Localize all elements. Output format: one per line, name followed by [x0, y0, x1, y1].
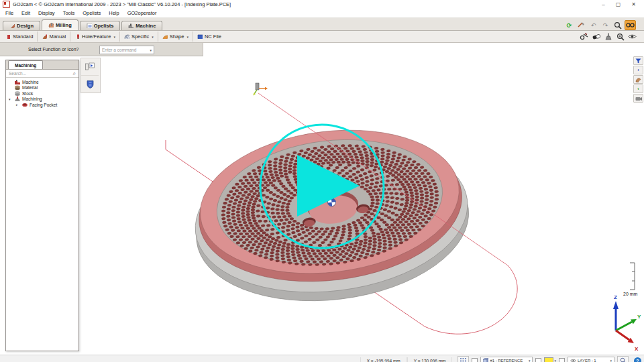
zoom-icon[interactable]	[612, 21, 623, 29]
y-coordinate: Y = 130.096 mm	[407, 357, 453, 362]
layer-select[interactable]: LAYER : 1 ▾	[568, 357, 614, 362]
collapse-panel-button-2[interactable]: ‹	[633, 84, 643, 93]
scale-label: 20 mm	[623, 292, 638, 296]
help-button[interactable]: ?	[634, 357, 641, 362]
command-input[interactable]: Enter a command ▾	[99, 46, 154, 54]
tree-item-machine[interactable]: Machine	[6, 79, 78, 85]
color-picker[interactable]: ▾	[544, 357, 556, 362]
undo-icon[interactable]: ↶	[588, 21, 598, 29]
dropdown-icon: ▾	[554, 359, 556, 362]
hand-icon	[635, 77, 641, 82]
shape-icon	[162, 34, 168, 39]
viewport-canvas[interactable]: 20 mm Z Y X Select Function or Icon? Ent…	[0, 43, 644, 355]
search-placeholder: Search...	[9, 71, 26, 76]
axis-x-label: X	[635, 346, 639, 352]
clean-brush-icon[interactable]	[603, 32, 613, 41]
menu-display[interactable]: Display	[38, 10, 55, 16]
chevron-left-icon: ‹	[637, 68, 639, 72]
expand-caret-icon[interactable]: ▾	[9, 97, 13, 101]
standard-machining-icon	[5, 34, 11, 39]
menu-file[interactable]: File	[5, 10, 13, 16]
search-icon: ⌕	[73, 70, 76, 77]
collapse-caret-icon[interactable]: ▸	[16, 103, 20, 107]
machining-node-icon	[15, 97, 20, 101]
machine-node-icon	[15, 80, 20, 84]
menu-tools[interactable]: Tools	[63, 10, 75, 16]
panel-search[interactable]: Search... ⌕	[6, 70, 78, 78]
layer-checkbox[interactable]	[559, 358, 565, 362]
dropdown-icon: ▾	[529, 359, 531, 362]
window-title: GO2cam < © GO2cam International 2009 - 2…	[13, 1, 231, 7]
close-button[interactable]: ✕	[631, 1, 636, 7]
reference-select[interactable]: #1 : REFERENCE ▾	[480, 357, 533, 362]
title-bar: GO2cam < © GO2cam International 2009 - 2…	[0, 0, 644, 9]
tab-milling[interactable]: Milling	[42, 19, 78, 30]
panel-tab-strip: Machining	[6, 60, 78, 70]
command-bar: Select Function or Icon? Enter a command…	[0, 43, 203, 56]
eraser-icon[interactable]	[591, 32, 601, 41]
menu-bar: File Edit Display Tools Opelists Help GO…	[0, 9, 644, 18]
tree-item-machining[interactable]: ▾ Machining	[6, 97, 78, 103]
tree-item-stock[interactable]: Stock	[6, 90, 78, 97]
menu-go2operator[interactable]: GO2operator	[127, 10, 157, 16]
command-prompt-label: Select Function or Icon?	[28, 47, 79, 52]
hand-tool-button[interactable]	[633, 75, 643, 84]
tree-item-material[interactable]: Material	[6, 85, 78, 91]
camera-view-button[interactable]	[633, 94, 643, 103]
facing-pocket-node-icon	[22, 103, 28, 107]
reference-checkbox[interactable]	[472, 358, 478, 362]
stock-node-icon	[15, 91, 20, 96]
material-node-icon	[15, 85, 20, 90]
tab-opelists[interactable]: Opelists	[80, 21, 121, 30]
opelists-icon	[87, 23, 92, 28]
floating-toolbar	[80, 58, 101, 93]
zoom-window-icon[interactable]	[615, 32, 625, 41]
simulation-button[interactable]	[81, 58, 99, 76]
regenerate-icon[interactable]: ⟳	[564, 21, 574, 29]
reference-cube-icon	[483, 358, 488, 362]
machining-tree: Machine Material Stock ▾ Machining ▸ Fac…	[6, 78, 78, 108]
manual-machining-icon	[42, 34, 47, 39]
view-icons-row1: ⟳ ↶ ↷	[564, 20, 636, 30]
ribbon-hole-feature-button[interactable]: Hole/Feature▾	[70, 32, 120, 42]
maximize-button[interactable]: ▢	[616, 1, 621, 7]
filter-button[interactable]	[633, 56, 643, 65]
module-tab-row: Design Milling Opelists Machine ⟳ ↶ ↷	[0, 18, 644, 31]
scale-indicator: 20 mm	[623, 263, 638, 296]
panel-tab-machining[interactable]: Machining	[8, 60, 43, 69]
chevron-left-icon: ‹	[637, 86, 639, 91]
ribbon-shape-button[interactable]: Shape▾	[158, 32, 193, 42]
go2cam-glasses-icon[interactable]	[625, 20, 636, 30]
current-color-swatch	[544, 357, 553, 362]
dropdown-icon: ▾	[150, 48, 152, 52]
collapse-panel-button[interactable]: ‹	[633, 66, 643, 74]
menu-help[interactable]: Help	[109, 10, 119, 16]
tree-item-facing-pocket[interactable]: ▸ Facing Pocket	[6, 102, 78, 108]
ribbon-standard-button[interactable]: Standard	[1, 32, 38, 42]
redo-icon[interactable]: ↷	[600, 21, 610, 29]
ribbon-manual-button[interactable]: Manual	[38, 32, 70, 42]
visibility-eye-icon[interactable]	[627, 32, 637, 41]
axis-y-label: Y	[637, 314, 641, 320]
tab-machine[interactable]: Machine	[121, 21, 162, 30]
shield-icon	[87, 80, 94, 88]
zoom-selection-button[interactable]	[617, 356, 629, 362]
ribbon-nc-file-button[interactable]: NC File	[193, 32, 225, 42]
ribbon-row: Standard Manual Hole/Feature▾ Specific▾ …	[0, 31, 644, 43]
grid-snap-button[interactable]	[458, 356, 469, 362]
indexing-plate-model[interactable]	[185, 115, 478, 316]
color-checkbox[interactable]	[535, 358, 541, 362]
axis-z-label: Z	[614, 294, 617, 300]
tool-position-marker	[253, 83, 268, 96]
zoom-layers-icon	[620, 357, 627, 362]
ribbon-specific-button[interactable]: Specific▾	[120, 32, 158, 42]
menu-opelists[interactable]: Opelists	[83, 10, 101, 16]
x-coordinate: X = -195.994 mm	[360, 357, 407, 362]
minimize-button[interactable]: –	[602, 1, 604, 7]
measure-tool-icon[interactable]	[576, 21, 586, 29]
menu-edit[interactable]: Edit	[21, 10, 30, 16]
protection-button[interactable]	[81, 76, 99, 93]
dropdown-icon: ▾	[113, 35, 115, 39]
tab-design[interactable]: Design	[3, 21, 40, 30]
machining-tools-icon[interactable]	[579, 32, 589, 41]
